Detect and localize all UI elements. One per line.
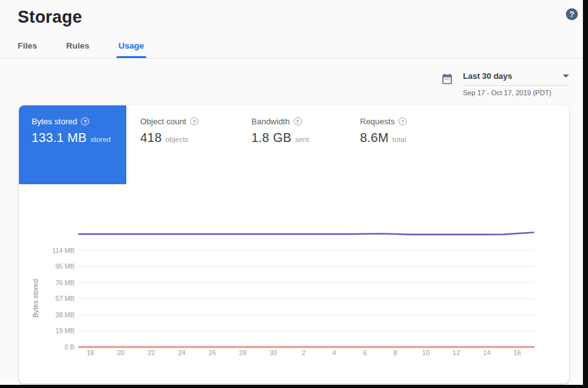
help-icon[interactable]: ? <box>399 117 407 126</box>
svg-text:28: 28 <box>239 349 247 356</box>
help-icon[interactable]: ? <box>566 8 578 20</box>
svg-text:4: 4 <box>332 349 336 356</box>
svg-text:10: 10 <box>422 349 429 356</box>
calendar-icon <box>441 73 453 85</box>
svg-text:0 B: 0 B <box>64 343 75 351</box>
svg-text:14: 14 <box>483 349 491 356</box>
page-header: Storage ? <box>0 0 588 27</box>
metric-label-row: Bandwidth ? <box>251 117 346 126</box>
storage-usage-page: Storage ? Files Rules Usage Last 30 days… <box>0 0 588 388</box>
tab-bar: Files Rules Usage <box>0 33 588 59</box>
svg-text:Bytes stored: Bytes stored <box>32 279 39 317</box>
date-range-row: Last 30 days Sep 17 - Oct 17, 2019 (PDT) <box>19 71 569 97</box>
svg-text:19 MB: 19 MB <box>56 327 75 334</box>
svg-text:8: 8 <box>393 349 397 356</box>
help-glyph: ? <box>83 119 87 125</box>
svg-text:18: 18 <box>87 349 94 356</box>
svg-text:26: 26 <box>208 349 216 356</box>
metric-unit: objects <box>165 136 188 143</box>
metric-label: Bandwidth <box>251 117 290 126</box>
metric-unit: sent <box>295 136 309 143</box>
tab-usage[interactable]: Usage <box>119 33 145 58</box>
help-icon[interactable]: ? <box>190 117 198 126</box>
svg-text:114 MB: 114 MB <box>52 247 75 254</box>
help-icon[interactable]: ? <box>294 117 302 126</box>
window-border-bottom <box>0 385 588 388</box>
svg-text:95 MB: 95 MB <box>56 262 75 270</box>
svg-text:12: 12 <box>453 349 460 356</box>
metric-value-row: 418 objects <box>140 131 237 145</box>
metric-requests[interactable]: Requests ? 8.6M total <box>346 105 460 145</box>
metric-label: Bytes stored <box>32 117 77 126</box>
svg-text:76 MB: 76 MB <box>56 279 75 286</box>
metric-bandwidth[interactable]: Bandwidth ? 1.8 GB sent <box>237 105 346 145</box>
svg-text:2: 2 <box>302 349 306 356</box>
metric-label-row: Bytes stored ? <box>32 117 126 126</box>
date-range-preset: Last 30 days <box>463 71 512 81</box>
metric-unit: stored <box>90 136 111 143</box>
metric-label: Requests <box>360 117 395 126</box>
chevron-down-icon <box>563 74 569 78</box>
metric-label: Object count <box>140 117 186 126</box>
help-glyph: ? <box>570 10 574 19</box>
metric-tiles: Bytes stored ? 133.1 MB stored Object co… <box>19 105 569 184</box>
date-range-selector[interactable]: Last 30 days Sep 17 - Oct 17, 2019 (PDT) <box>463 71 569 97</box>
usage-chart: 0 B19 MB38 MB57 MB76 MB95 MB114 MB182022… <box>19 211 569 363</box>
metric-value: 8.6M <box>360 131 388 145</box>
metric-label-row: Object count ? <box>140 117 237 126</box>
tab-files[interactable]: Files <box>18 33 37 58</box>
metric-bytes-stored[interactable]: Bytes stored ? 133.1 MB stored <box>19 105 126 184</box>
svg-text:57 MB: 57 MB <box>56 295 75 302</box>
help-glyph: ? <box>401 119 404 125</box>
metric-value-row: 133.1 MB stored <box>32 131 126 145</box>
window-border-right <box>583 0 588 388</box>
help-glyph: ? <box>193 119 196 125</box>
page-title: Storage <box>18 8 570 27</box>
svg-text:24: 24 <box>178 349 186 356</box>
date-range-top: Last 30 days <box>463 71 569 86</box>
svg-text:20: 20 <box>117 349 124 356</box>
content-area: Last 30 days Sep 17 - Oct 17, 2019 (PDT)… <box>0 71 588 384</box>
metric-object-count[interactable]: Object count ? 418 objects <box>126 105 237 145</box>
metric-value: 133.1 MB <box>32 131 87 145</box>
metric-value-row: 8.6M total <box>360 131 460 145</box>
metric-unit: total <box>392 136 406 143</box>
svg-text:22: 22 <box>148 349 155 356</box>
svg-text:38 MB: 38 MB <box>56 311 75 319</box>
tab-rules[interactable]: Rules <box>66 33 90 58</box>
usage-card: Bytes stored ? 133.1 MB stored Object co… <box>19 105 569 384</box>
help-glyph: ? <box>296 119 299 125</box>
metric-label-row: Requests ? <box>360 117 460 126</box>
svg-text:6: 6 <box>363 349 367 356</box>
help-icon[interactable]: ? <box>81 117 89 126</box>
date-range-dates: Sep 17 - Oct 17, 2019 (PDT) <box>463 89 569 97</box>
metric-value: 418 <box>140 131 162 145</box>
svg-text:30: 30 <box>270 349 277 356</box>
metric-value: 1.8 GB <box>251 131 291 145</box>
metric-value-row: 1.8 GB sent <box>251 131 346 145</box>
svg-text:16: 16 <box>513 349 521 356</box>
